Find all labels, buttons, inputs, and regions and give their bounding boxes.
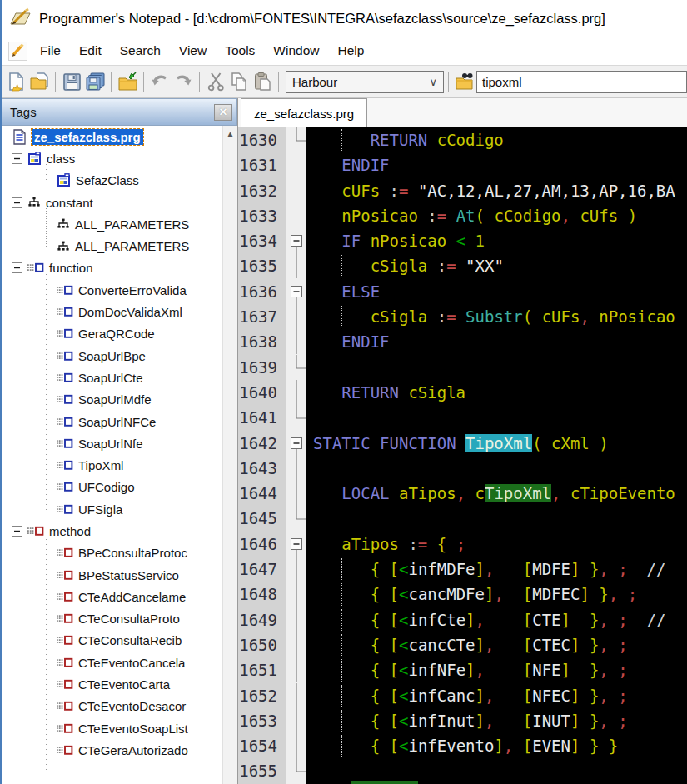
scroll-up-icon[interactable]: ▲ <box>227 126 235 138</box>
menu-item-tools[interactable]: Tools <box>216 40 264 61</box>
line-number[interactable]: 1651 <box>238 657 286 682</box>
line-number[interactable]: 1652 <box>238 683 286 708</box>
line-number[interactable]: 1640 <box>238 380 286 405</box>
open-file-icon[interactable] <box>27 70 51 93</box>
code-line-1639[interactable] <box>306 355 687 380</box>
fold-toggle-icon[interactable] <box>286 431 306 456</box>
code-line-1649[interactable]: { [<infCte], [CTE] }, ; // <box>306 607 687 632</box>
undo-icon[interactable] <box>148 70 172 93</box>
tree-scrollbar[interactable]: ▲ <box>222 126 237 784</box>
tree-item-method[interactable]: method <box>2 520 237 542</box>
line-number[interactable]: 1642 <box>238 431 286 456</box>
code-line-1650[interactable]: { [<cancCTe], [CTEC] }, ; <box>306 632 687 657</box>
line-number[interactable]: 1650 <box>238 632 286 657</box>
tree-item-sefazclass[interactable]: SefazClass <box>2 170 237 192</box>
open-project-icon[interactable] <box>116 70 139 93</box>
find-in-files-icon[interactable] <box>453 70 476 93</box>
menu-item-view[interactable]: View <box>170 40 216 61</box>
cut-icon[interactable] <box>204 70 227 93</box>
tree-item-bpestatusservico[interactable]: BPeStatusServico <box>2 564 237 586</box>
code-line-1640[interactable]: RETURN cSigla <box>306 380 687 405</box>
fold-toggle-icon[interactable] <box>286 532 306 557</box>
tree-item-soapurlnfce[interactable]: SoapUrlNFCe <box>2 411 237 432</box>
copy-icon[interactable] <box>227 70 251 93</box>
line-number[interactable]: 1644 <box>238 481 286 506</box>
menu-item-help[interactable]: Help <box>328 40 373 61</box>
code-line-1645[interactable] <box>306 506 687 531</box>
code-line-1635[interactable]: cSigla := "XX" <box>306 253 687 278</box>
menu-item-search[interactable]: Search <box>111 40 170 61</box>
line-number[interactable]: 1637 <box>238 304 286 329</box>
tree-item-function[interactable]: function <box>2 257 237 279</box>
redo-icon[interactable] <box>172 70 195 93</box>
menu-item-file[interactable]: File <box>31 40 70 61</box>
tree-item-cteaddcancelame[interactable]: CTeAddCancelame <box>2 586 237 607</box>
tree-item-class[interactable]: class <box>2 147 237 169</box>
tree-item-cteeventocancela[interactable]: CTeEventoCancela <box>2 652 237 673</box>
code-line-1644[interactable]: LOCAL aTipos, cTipoXml, cTipoEvento <box>306 481 687 506</box>
code-line-1646[interactable]: aTipos := { ; <box>306 532 687 557</box>
language-select[interactable]: Harbour ∨ <box>286 71 444 93</box>
line-number[interactable]: 1649 <box>238 607 286 632</box>
tree-item-cteconsultaproto[interactable]: CTeConsultaProto <box>2 608 237 630</box>
tree-item-ze-sefazclass-prg[interactable]: ze_sefazclass.prg <box>2 126 237 147</box>
line-number[interactable]: 1654 <box>238 733 286 758</box>
paste-icon[interactable] <box>251 70 274 93</box>
tree-item-tipoxml[interactable]: TipoXml <box>2 454 237 476</box>
tree-item-constant[interactable]: constant <box>2 192 237 213</box>
menu-item-edit[interactable]: Edit <box>70 40 111 61</box>
line-number[interactable]: 1646 <box>238 532 286 557</box>
code-line-1653[interactable]: { [<infInut], [INUT] }, ; <box>306 708 687 733</box>
line-number-margin[interactable]: 1630163116321633163416351636163716381639… <box>238 127 286 784</box>
line-number[interactable]: 1632 <box>238 178 286 203</box>
pencil-document-icon[interactable] <box>8 42 27 61</box>
tree-item-cteeventosoaplist[interactable]: CTeEventoSoapList <box>2 717 237 739</box>
tree-item-bpeconsultaprotoc[interactable]: BPeConsultaProtoc <box>2 542 237 564</box>
code-line-1654[interactable]: { [<infEvento], [EVEN] } } <box>306 733 687 758</box>
line-number[interactable]: 1653 <box>238 708 286 733</box>
line-number[interactable]: 1645 <box>238 506 286 531</box>
tree-item-cteeventocarta[interactable]: CTeEventoCarta <box>2 673 237 695</box>
tree-item-all-parameters[interactable]: ALL_PARAMETERS <box>2 235 237 257</box>
code-line-1651[interactable]: { [<infNFe], [NFE] }, ; <box>306 657 687 682</box>
line-number[interactable]: 1631 <box>238 152 286 177</box>
fold-toggle-icon[interactable] <box>286 228 306 253</box>
tree-item-ufcodigo[interactable]: UFCodigo <box>2 477 237 498</box>
tree-item-soapurlmdfe[interactable]: SoapUrlMdfe <box>2 389 237 411</box>
code-line-1643[interactable] <box>306 456 687 481</box>
code-line-1631[interactable]: ENDIF <box>306 152 687 177</box>
tree-item-soapurlbpe[interactable]: SoapUrlBpe <box>2 345 237 367</box>
line-number[interactable]: 1647 <box>238 557 286 582</box>
line-number[interactable]: 1634 <box>238 228 286 253</box>
tree-item-cteeventodesacor[interactable]: CTeEventoDesacor <box>2 696 237 717</box>
line-number[interactable]: 1655 <box>238 758 286 783</box>
code-line-1641[interactable] <box>306 405 687 430</box>
line-number[interactable]: 1641 <box>238 405 286 430</box>
code-line-1642[interactable]: STATIC FUNCTION TipoXml( cXml ) <box>306 431 687 456</box>
tree-item-geraqrcode[interactable]: GeraQRCode <box>2 323 237 345</box>
tree-item-all-parameters[interactable]: ALL_PARAMETERS <box>2 213 237 235</box>
fold-toggle-icon[interactable] <box>286 279 306 304</box>
new-file-icon[interactable] <box>4 70 27 93</box>
line-number[interactable]: 1630 <box>238 127 286 152</box>
code-line-1630[interactable]: RETURN cCodigo <box>306 127 687 152</box>
close-icon[interactable]: ✕ <box>214 104 232 121</box>
line-number[interactable]: 1638 <box>238 329 286 354</box>
tab-ze-sefazclass[interactable]: ze_sefazclass.prg <box>241 98 367 127</box>
code-line-1648[interactable]: { [<cancMDFe], [MDFEC] }, ; <box>306 582 687 607</box>
line-number[interactable]: 1648 <box>238 582 286 607</box>
tree-item-cteconsultarecib[interactable]: CTeConsultaRecib <box>2 630 237 652</box>
tree-item-soapurlcte[interactable]: SoapUrlCte <box>2 367 237 388</box>
save-all-icon[interactable] <box>83 70 107 93</box>
code-line-1633[interactable]: nPosicao := At( cCodigo, cUfs ) <box>306 203 687 228</box>
fold-margin[interactable] <box>286 127 306 784</box>
code-area[interactable]: RETURN cCodigo ENDIF cUFs := "AC,12,AL,2… <box>306 127 687 784</box>
tree-item-soapurlnfe[interactable]: SoapUrlNfe <box>2 432 237 454</box>
tree-item-domdocvalidaxml[interactable]: DomDocValidaXml <box>2 301 237 322</box>
code-line-1647[interactable]: { [<infMDFe], [MDFE] }, ; // <box>306 557 687 582</box>
line-number[interactable]: 1633 <box>238 203 286 228</box>
line-number[interactable]: 1635 <box>238 253 286 278</box>
code-line-1632[interactable]: cUFs := "AC,12,AL,27,AM,13,AP,16,BA <box>306 178 687 203</box>
code-line-1652[interactable]: { [<infCanc], [NFEC] }, ; <box>306 683 687 708</box>
line-number[interactable]: 1643 <box>238 456 286 481</box>
